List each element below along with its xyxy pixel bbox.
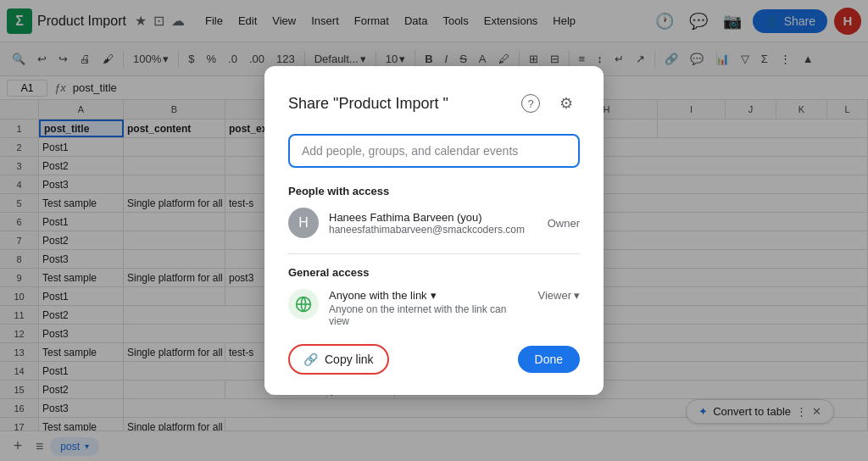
access-info: Anyone with the link ▾ Anyone on the int… <box>329 289 527 327</box>
general-access-row: Anyone with the link ▾ Anyone on the int… <box>288 289 580 327</box>
access-role-label: Viewer <box>537 289 571 302</box>
access-type-label: Anyone with the link <box>329 289 427 302</box>
person-name: Hanees Fathima Barveen (you) <box>329 211 537 224</box>
person-role: Owner <box>548 217 580 230</box>
role-chevron-icon: ▾ <box>574 289 580 302</box>
help-icon: ? <box>521 94 540 113</box>
modal-title: Share "Product Import " <box>288 95 448 113</box>
modal-header: Share "Product Import " ? ⚙ <box>288 90 580 117</box>
modal-header-icons: ? ⚙ <box>517 90 580 117</box>
access-type-dropdown[interactable]: Anyone with the link ▾ <box>329 289 527 302</box>
modal-footer: 🔗 Copy link Done <box>288 344 580 375</box>
share-people-input[interactable] <box>288 134 580 168</box>
person-info: Hanees Fathima Barveen (you) haneesfathi… <box>329 211 537 236</box>
person-email: haneesfathimabarveen@smackcoders.com <box>329 224 537 236</box>
access-description: Anyone on the internet with the link can… <box>329 303 527 327</box>
general-access-label: General access <box>288 266 580 279</box>
link-icon: 🔗 <box>303 353 318 366</box>
gear-icon: ⚙ <box>559 94 573 113</box>
access-icon <box>288 289 319 319</box>
copy-link-label: Copy link <box>325 353 374 366</box>
divider <box>288 253 580 254</box>
copy-link-button[interactable]: 🔗 Copy link <box>288 344 389 375</box>
modal-settings-button[interactable]: ⚙ <box>553 90 580 117</box>
person-avatar: H <box>288 208 319 238</box>
share-modal: Share "Product Import " ? ⚙ People with … <box>264 66 604 395</box>
done-button[interactable]: Done <box>518 346 580 373</box>
people-section-label: People with access <box>288 185 580 197</box>
person-row: H Hanees Fathima Barveen (you) haneesfat… <box>288 208 580 238</box>
modal-help-button[interactable]: ? <box>517 90 544 117</box>
access-role-dropdown[interactable]: Viewer ▾ <box>537 289 580 302</box>
modal-overlay: Share "Product Import " ? ⚙ People with … <box>0 0 868 461</box>
access-chevron-icon: ▾ <box>431 289 437 302</box>
